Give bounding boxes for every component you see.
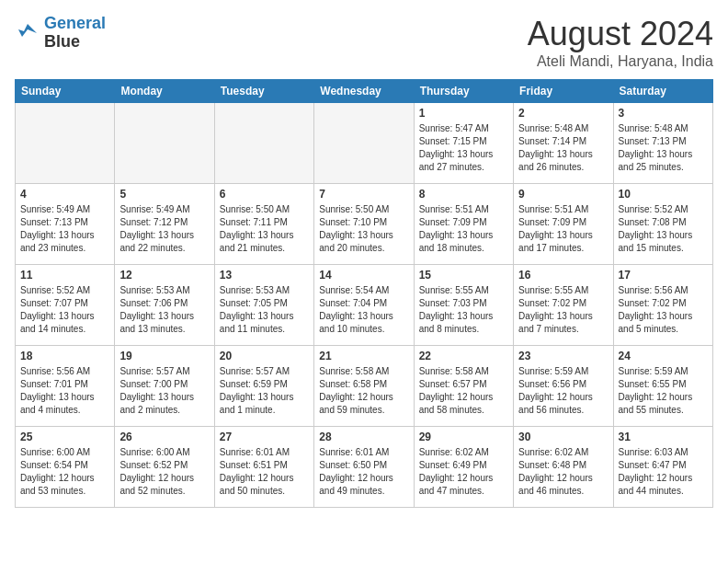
calendar-cell: 27Sunrise: 6:01 AM Sunset: 6:51 PM Dayli… <box>214 427 313 508</box>
cell-info: Sunrise: 5:59 AM Sunset: 6:56 PM Dayligh… <box>518 365 608 417</box>
week-row-0: 1Sunrise: 5:47 AM Sunset: 7:15 PM Daylig… <box>16 103 713 184</box>
header: GeneralBlue August 2024 Ateli Mandi, Har… <box>15 15 713 70</box>
day-number: 9 <box>518 188 608 201</box>
day-number: 7 <box>319 188 408 201</box>
day-number: 22 <box>419 350 508 362</box>
cell-info: Sunrise: 5:57 AM Sunset: 7:00 PM Dayligh… <box>119 365 209 417</box>
day-number: 3 <box>619 107 708 120</box>
calendar-cell: 13Sunrise: 5:53 AM Sunset: 7:05 PM Dayli… <box>214 265 313 346</box>
day-number: 20 <box>220 350 309 362</box>
calendar-cell: 1Sunrise: 5:47 AM Sunset: 7:15 PM Daylig… <box>414 103 513 184</box>
calendar-cell: 11Sunrise: 5:52 AM Sunset: 7:07 PM Dayli… <box>16 265 115 346</box>
calendar-cell: 4Sunrise: 5:49 AM Sunset: 7:13 PM Daylig… <box>16 184 115 265</box>
day-number: 5 <box>119 188 209 201</box>
calendar-cell: 18Sunrise: 5:56 AM Sunset: 7:01 PM Dayli… <box>16 346 115 427</box>
day-number: 29 <box>419 431 508 443</box>
calendar-cell: 2Sunrise: 5:48 AM Sunset: 7:14 PM Daylig… <box>514 103 613 184</box>
day-number: 21 <box>319 350 408 362</box>
calendar-cell: 24Sunrise: 5:59 AM Sunset: 6:55 PM Dayli… <box>613 346 712 427</box>
calendar-cell: 26Sunrise: 6:00 AM Sunset: 6:52 PM Dayli… <box>115 427 214 508</box>
calendar-cell: 25Sunrise: 6:00 AM Sunset: 6:54 PM Dayli… <box>16 427 115 508</box>
cell-info: Sunrise: 5:50 AM Sunset: 7:11 PM Dayligh… <box>220 203 309 255</box>
header-row: SundayMondayTuesdayWednesdayThursdayFrid… <box>16 80 713 103</box>
day-number: 12 <box>119 269 209 282</box>
header-tuesday: Tuesday <box>214 80 313 103</box>
logo-icon <box>15 20 40 46</box>
calendar-cell: 8Sunrise: 5:51 AM Sunset: 7:09 PM Daylig… <box>414 184 513 265</box>
day-number: 14 <box>319 269 408 282</box>
cell-info: Sunrise: 6:00 AM Sunset: 6:54 PM Dayligh… <box>20 446 109 498</box>
cell-info: Sunrise: 5:58 AM Sunset: 6:58 PM Dayligh… <box>319 365 408 417</box>
header-monday: Monday <box>115 80 214 103</box>
cell-info: Sunrise: 6:02 AM Sunset: 6:48 PM Dayligh… <box>518 446 608 498</box>
day-number: 2 <box>518 107 608 120</box>
cell-info: Sunrise: 5:49 AM Sunset: 7:13 PM Dayligh… <box>20 203 109 255</box>
header-saturday: Saturday <box>613 80 712 103</box>
cell-info: Sunrise: 6:00 AM Sunset: 6:52 PM Dayligh… <box>119 446 209 498</box>
day-number: 27 <box>220 431 309 443</box>
calendar-cell: 7Sunrise: 5:50 AM Sunset: 7:10 PM Daylig… <box>314 184 414 265</box>
header-thursday: Thursday <box>414 80 513 103</box>
day-number: 28 <box>319 431 408 443</box>
cell-info: Sunrise: 5:51 AM Sunset: 7:09 PM Dayligh… <box>419 203 508 255</box>
cell-info: Sunrise: 5:47 AM Sunset: 7:15 PM Dayligh… <box>419 122 508 174</box>
day-number: 26 <box>119 431 209 443</box>
svg-marker-0 <box>18 24 37 37</box>
calendar-cell: 21Sunrise: 5:58 AM Sunset: 6:58 PM Dayli… <box>314 346 414 427</box>
cell-info: Sunrise: 5:54 AM Sunset: 7:04 PM Dayligh… <box>319 284 408 336</box>
calendar-cell: 12Sunrise: 5:53 AM Sunset: 7:06 PM Dayli… <box>115 265 214 346</box>
day-number: 13 <box>220 269 309 282</box>
calendar-cell: 6Sunrise: 5:50 AM Sunset: 7:11 PM Daylig… <box>214 184 313 265</box>
calendar-cell: 28Sunrise: 6:01 AM Sunset: 6:50 PM Dayli… <box>314 427 414 508</box>
day-number: 31 <box>619 431 708 443</box>
calendar-cell: 10Sunrise: 5:52 AM Sunset: 7:08 PM Dayli… <box>613 184 712 265</box>
calendar-cell: 5Sunrise: 5:49 AM Sunset: 7:12 PM Daylig… <box>115 184 214 265</box>
calendar-cell: 15Sunrise: 5:55 AM Sunset: 7:03 PM Dayli… <box>414 265 513 346</box>
day-number: 1 <box>419 107 508 120</box>
week-row-2: 11Sunrise: 5:52 AM Sunset: 7:07 PM Dayli… <box>16 265 713 346</box>
calendar-cell: 23Sunrise: 5:59 AM Sunset: 6:56 PM Dayli… <box>514 346 613 427</box>
month-year-title: August 2024 <box>528 15 713 53</box>
calendar-table: SundayMondayTuesdayWednesdayThursdayFrid… <box>15 79 713 508</box>
day-number: 6 <box>220 188 309 201</box>
calendar-cell: 3Sunrise: 5:48 AM Sunset: 7:13 PM Daylig… <box>613 103 712 184</box>
calendar-cell: 19Sunrise: 5:57 AM Sunset: 7:00 PM Dayli… <box>115 346 214 427</box>
title-area: August 2024 Ateli Mandi, Haryana, India <box>528 15 713 70</box>
cell-info: Sunrise: 5:53 AM Sunset: 7:06 PM Dayligh… <box>119 284 209 336</box>
header-friday: Friday <box>514 80 613 103</box>
day-number: 30 <box>518 431 608 443</box>
cell-info: Sunrise: 6:01 AM Sunset: 6:50 PM Dayligh… <box>319 446 408 498</box>
cell-info: Sunrise: 6:03 AM Sunset: 6:47 PM Dayligh… <box>619 446 708 498</box>
calendar-cell <box>214 103 313 184</box>
cell-info: Sunrise: 5:55 AM Sunset: 7:03 PM Dayligh… <box>419 284 508 336</box>
cell-info: Sunrise: 5:52 AM Sunset: 7:08 PM Dayligh… <box>619 203 708 255</box>
calendar-cell: 16Sunrise: 5:55 AM Sunset: 7:02 PM Dayli… <box>514 265 613 346</box>
cell-info: Sunrise: 5:50 AM Sunset: 7:10 PM Dayligh… <box>319 203 408 255</box>
cell-info: Sunrise: 5:51 AM Sunset: 7:09 PM Dayligh… <box>518 203 608 255</box>
day-number: 23 <box>518 350 608 362</box>
cell-info: Sunrise: 5:56 AM Sunset: 7:02 PM Dayligh… <box>619 284 708 336</box>
cell-info: Sunrise: 5:48 AM Sunset: 7:14 PM Dayligh… <box>518 122 608 174</box>
calendar-cell: 20Sunrise: 5:57 AM Sunset: 6:59 PM Dayli… <box>214 346 313 427</box>
day-number: 11 <box>20 269 109 282</box>
day-number: 25 <box>20 431 109 443</box>
calendar-cell <box>16 103 115 184</box>
calendar-cell: 14Sunrise: 5:54 AM Sunset: 7:04 PM Dayli… <box>314 265 414 346</box>
day-number: 10 <box>619 188 708 201</box>
cell-info: Sunrise: 6:01 AM Sunset: 6:51 PM Dayligh… <box>220 446 309 498</box>
header-wednesday: Wednesday <box>314 80 414 103</box>
cell-info: Sunrise: 5:55 AM Sunset: 7:02 PM Dayligh… <box>518 284 608 336</box>
week-row-3: 18Sunrise: 5:56 AM Sunset: 7:01 PM Dayli… <box>16 346 713 427</box>
cell-info: Sunrise: 5:58 AM Sunset: 6:57 PM Dayligh… <box>419 365 508 417</box>
header-sunday: Sunday <box>16 80 115 103</box>
cell-info: Sunrise: 5:48 AM Sunset: 7:13 PM Dayligh… <box>619 122 708 174</box>
calendar-cell: 29Sunrise: 6:02 AM Sunset: 6:49 PM Dayli… <box>414 427 513 508</box>
calendar-cell <box>314 103 414 184</box>
day-number: 4 <box>20 188 109 201</box>
cell-info: Sunrise: 5:57 AM Sunset: 6:59 PM Dayligh… <box>220 365 309 417</box>
day-number: 18 <box>20 350 109 362</box>
calendar-cell: 30Sunrise: 6:02 AM Sunset: 6:48 PM Dayli… <box>514 427 613 508</box>
day-number: 19 <box>119 350 209 362</box>
day-number: 8 <box>419 188 508 201</box>
day-number: 16 <box>518 269 608 282</box>
